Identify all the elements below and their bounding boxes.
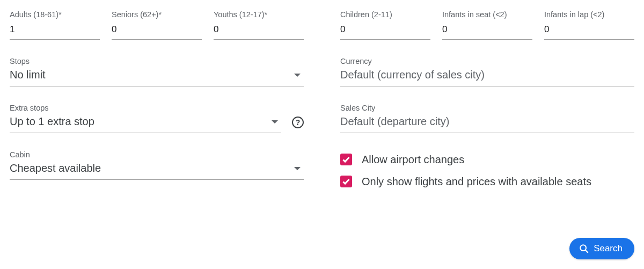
chevron-down-icon — [294, 74, 301, 77]
seniors-field[interactable]: Seniors (62+)* 0 — [112, 10, 202, 40]
currency-field[interactable]: Currency Default (currency of sales city… — [340, 57, 634, 86]
youths-value[interactable]: 0 — [214, 24, 304, 40]
seniors-label: Seniors (62+)* — [112, 10, 202, 19]
adults-field[interactable]: Adults (18-61)* 1 — [10, 10, 100, 40]
options-checkboxes: Allow airport changes Only show flights … — [340, 152, 634, 197]
extra-stops-label: Extra stops — [10, 104, 281, 112]
right-column: Children (2-11) 0 Infants in seat (<2) 0… — [340, 10, 634, 197]
currency-label: Currency — [340, 57, 634, 66]
available-seats-checkbox[interactable]: Only show flights and prices with availa… — [340, 175, 634, 189]
svg-line-1 — [586, 250, 588, 253]
checkbox-checked-icon — [340, 176, 352, 187]
chevron-down-icon — [272, 120, 278, 123]
currency-input[interactable]: Default (currency of sales city) — [340, 68, 634, 86]
infants-lap-label: Infants in lap (<2) — [544, 10, 634, 19]
sales-city-label: Sales City — [340, 104, 634, 112]
extra-stops-field[interactable]: Extra stops Up to 1 extra stop — [10, 104, 281, 133]
search-icon — [579, 244, 589, 253]
infants-seat-field[interactable]: Infants in seat (<2) 0 — [442, 10, 532, 40]
extra-stops-value: Up to 1 extra stop — [10, 114, 272, 129]
stops-field[interactable]: Stops No limit — [10, 57, 304, 86]
airport-changes-checkbox[interactable]: Allow airport changes — [340, 152, 634, 167]
stops-label: Stops — [10, 57, 304, 66]
extra-stops-select[interactable]: Up to 1 extra stop — [10, 114, 281, 133]
sales-city-field[interactable]: Sales City Default (departure city) — [340, 104, 634, 133]
currency-placeholder: Default (currency of sales city) — [340, 68, 634, 82]
adults-label: Adults (18-61)* — [10, 10, 100, 19]
youths-field[interactable]: Youths (12-17)* 0 — [214, 10, 304, 40]
infants-seat-label: Infants in seat (<2) — [442, 10, 532, 19]
infants-seat-value[interactable]: 0 — [442, 24, 532, 40]
children-value[interactable]: 0 — [340, 24, 430, 40]
passenger-row-right: Children (2-11) 0 Infants in seat (<2) 0… — [340, 10, 634, 40]
stops-select[interactable]: No limit — [10, 68, 304, 86]
children-field[interactable]: Children (2-11) 0 — [340, 10, 430, 40]
stops-value: No limit — [10, 68, 294, 82]
help-icon[interactable]: ? — [292, 117, 304, 128]
available-seats-label: Only show flights and prices with availa… — [362, 175, 591, 189]
adults-value[interactable]: 1 — [10, 24, 100, 40]
sales-city-input[interactable]: Default (departure city) — [340, 114, 634, 133]
search-button-label: Search — [594, 243, 623, 254]
cabin-value: Cheapest available — [10, 161, 294, 176]
cabin-field[interactable]: Cabin Cheapest available — [10, 150, 304, 180]
seniors-value[interactable]: 0 — [112, 24, 202, 40]
cabin-label: Cabin — [10, 150, 304, 159]
children-label: Children (2-11) — [340, 10, 430, 19]
checkbox-checked-icon — [340, 154, 352, 165]
sales-city-placeholder: Default (departure city) — [340, 114, 634, 129]
cabin-select[interactable]: Cheapest available — [10, 161, 304, 180]
infants-lap-field[interactable]: Infants in lap (<2) 0 — [544, 10, 634, 40]
search-button[interactable]: Search — [569, 238, 634, 259]
airport-changes-label: Allow airport changes — [362, 152, 464, 167]
youths-label: Youths (12-17)* — [214, 10, 304, 19]
left-column: Adults (18-61)* 1 Seniors (62+)* 0 Youth… — [10, 10, 304, 197]
infants-lap-value[interactable]: 0 — [544, 24, 634, 40]
passenger-row-left: Adults (18-61)* 1 Seniors (62+)* 0 Youth… — [10, 10, 304, 40]
chevron-down-icon — [294, 167, 301, 170]
